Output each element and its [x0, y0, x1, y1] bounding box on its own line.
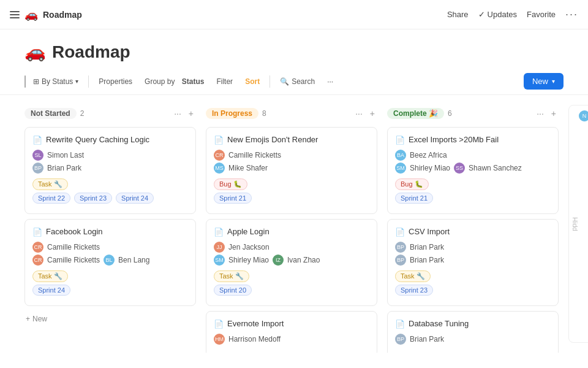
table-icon: ⊞ — [33, 77, 39, 86]
col-add-button-not-started[interactable]: + — [186, 107, 196, 120]
col-add-button-in-progress[interactable]: + — [368, 107, 377, 120]
card-complete-2[interactable]: 📄Database TuningBPBrian Park — [387, 311, 559, 353]
hidden-column: NHidd — [568, 105, 588, 343]
card-person-row: HMHarrison Medoff — [214, 334, 369, 345]
col-header-complete: Complete 🎉6···+ — [387, 105, 559, 122]
card-sprint-row-in-progress-0: Sprint 21 — [214, 193, 369, 204]
card-people-in-progress-0: CRCamille RickettsMSMike Shafer — [214, 150, 369, 174]
col-dots-button-in-progress[interactable]: ··· — [353, 107, 365, 120]
card-title-text: Rewrite Query Caching Logic — [46, 135, 149, 144]
sprint-tag: Sprint 24 — [32, 285, 70, 296]
card-people-not-started-1: CRCamille RickettsCRCamille RickettsBLBe… — [32, 242, 188, 266]
avatar: BL — [104, 255, 115, 266]
card-tag: Task 🔧 — [32, 178, 68, 190]
updates-button[interactable]: ✓ Updates — [478, 10, 517, 19]
card-title-not-started-1: 📄Facebook Login — [32, 227, 188, 237]
group-by-button[interactable]: Group by Status — [140, 75, 209, 88]
card-title-text: CSV Import — [409, 227, 450, 236]
person-name: Shirley Miao — [228, 256, 269, 264]
card-people-in-progress-2: HMHarrison Medoff — [214, 334, 369, 345]
col-actions-not-started: ···+ — [172, 107, 196, 120]
sprint-tag: Sprint 22 — [32, 193, 70, 204]
card-tag: Bug 🐛 — [395, 178, 429, 190]
toolbar-more-button[interactable]: ··· — [322, 75, 338, 88]
search-button[interactable]: 🔍 Search — [275, 75, 320, 88]
topnav-right: Share ✓ Updates Favorite ··· — [447, 8, 578, 21]
avatar: SS — [454, 163, 465, 174]
separator-1 — [88, 75, 89, 88]
col-header-in-progress: In Progress8···+ — [206, 105, 377, 122]
card-in-progress-2[interactable]: 📄Evernote ImportHMHarrison Medoff — [206, 311, 377, 353]
person-name: Brian Park — [47, 164, 81, 172]
card-sprint-row-not-started-0: Sprint 22Sprint 23Sprint 24 — [32, 193, 188, 204]
card-people-complete-0: BABeez AfricaSMShirley MiaoSSShawn Sanch… — [395, 150, 551, 174]
chevron-down-icon: ▾ — [75, 78, 78, 85]
more-options-button[interactable]: ··· — [565, 8, 578, 21]
page-emoji: 🚗 — [24, 8, 38, 21]
card-person-row: CRCamille RickettsBLBen Lang — [32, 255, 188, 266]
col-actions-complete: ···+ — [534, 107, 559, 120]
avatar: HM — [214, 334, 225, 345]
filter-button[interactable]: Filter — [211, 75, 238, 88]
card-title-not-started-0: 📄Rewrite Query Caching Logic — [32, 135, 188, 145]
person-name: Brian Park — [410, 256, 444, 264]
search-icon: 🔍 — [280, 77, 289, 86]
col-dots-button-complete[interactable]: ··· — [534, 107, 546, 120]
card-people-not-started-0: SLSimon LastBPBrian Park — [32, 150, 188, 174]
card-tag-row-in-progress-1: Task 🔧 — [214, 270, 369, 282]
card-not-started-1[interactable]: 📄Facebook LoginCRCamille RickettsCRCamil… — [24, 219, 196, 306]
topnav-title: Roadmap — [43, 10, 82, 20]
card-tag: Task 🔧 — [32, 270, 68, 282]
card-complete-1[interactable]: 📄CSV ImportBPBrian ParkBPBrian ParkTask … — [387, 219, 559, 306]
avatar: BP — [395, 334, 406, 345]
card-person-row: CRCamille Ricketts — [214, 150, 369, 161]
properties-button[interactable]: Properties — [94, 75, 137, 88]
topnav-left: 🚗 Roadmap — [10, 8, 447, 21]
cursor-indicator — [24, 75, 26, 88]
avatar: SM — [214, 255, 225, 266]
new-button[interactable]: New ▾ — [524, 73, 564, 90]
person-name: Simon Last — [47, 151, 84, 159]
col-actions-in-progress: ···+ — [353, 107, 377, 120]
card-not-started-0[interactable]: 📄Rewrite Query Caching LogicSLSimon Last… — [24, 127, 196, 214]
card-title-text: Database Tuning — [409, 319, 469, 328]
person-name: Beez Africa — [410, 151, 447, 159]
hamburger-icon — [10, 11, 20, 18]
sort-button[interactable]: Sort — [240, 75, 265, 88]
card-person-row: JJJen Jackson — [214, 242, 369, 253]
share-button[interactable]: Share — [447, 10, 469, 19]
new-card-button[interactable]: + New — [24, 311, 196, 327]
sprint-tag: Sprint 21 — [395, 193, 433, 204]
card-complete-0[interactable]: 📄Excel Imports >20Mb FailBABeez AfricaSM… — [387, 127, 559, 214]
avatar: IZ — [273, 255, 284, 266]
person-name: Brian Park — [410, 243, 444, 251]
hamburger-button[interactable] — [10, 11, 20, 18]
column-in-progress: In Progress8···+📄New Emojis Don't Render… — [206, 105, 377, 343]
card-people-in-progress-1: JJJen JacksonSMShirley MiaoIZIvan Zhao — [214, 242, 369, 266]
card-people-complete-1: BPBrian ParkBPBrian Park — [395, 242, 551, 266]
person-name: Harrison Medoff — [228, 335, 281, 343]
card-person-row: BABeez Africa — [395, 150, 551, 161]
toolbar: ⊞ By Status ▾ Properties Group by Status… — [0, 68, 588, 95]
col-dots-button-not-started[interactable]: ··· — [172, 107, 184, 120]
top-nav: 🚗 Roadmap Share ✓ Updates Favorite ··· — [0, 0, 588, 29]
avatar: BP — [32, 163, 43, 174]
col-add-button-complete[interactable]: + — [549, 107, 559, 120]
card-tag: Task 🔧 — [214, 270, 249, 282]
sprint-tag: Sprint 21 — [214, 193, 252, 204]
column-not-started: Not Started2···+📄Rewrite Query Caching L… — [24, 105, 196, 343]
doc-icon: 📄 — [214, 228, 224, 237]
card-title-text: Evernote Import — [227, 319, 284, 328]
card-tag-row-complete-1: Task 🔧 — [395, 270, 551, 282]
card-in-progress-0[interactable]: 📄New Emojis Don't RenderCRCamille Ricket… — [206, 127, 377, 214]
card-in-progress-1[interactable]: 📄Apple LoginJJJen JacksonSMShirley MiaoI… — [206, 219, 377, 306]
card-title-text: Facebook Login — [46, 227, 103, 236]
avatar: CR — [214, 150, 225, 161]
favorite-button[interactable]: Favorite — [527, 10, 556, 19]
avatar: CR — [32, 242, 43, 253]
card-title-in-progress-1: 📄Apple Login — [214, 227, 369, 237]
view-by-button[interactable]: ⊞ By Status ▾ — [28, 75, 83, 88]
col-count-complete: 6 — [448, 109, 452, 118]
card-sprint-row-complete-1: Sprint 23 — [395, 285, 551, 296]
person-name: Camille Ricketts — [47, 243, 100, 251]
